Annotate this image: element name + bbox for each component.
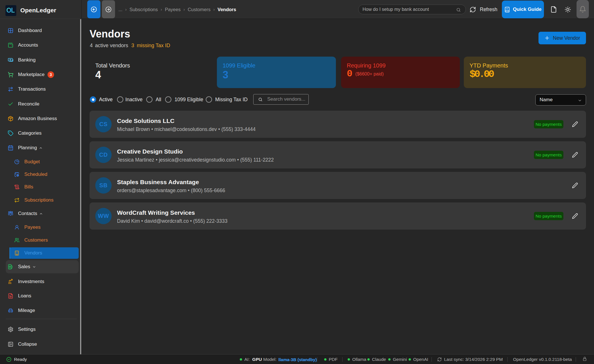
svg-text:?: ? [506,7,508,10]
